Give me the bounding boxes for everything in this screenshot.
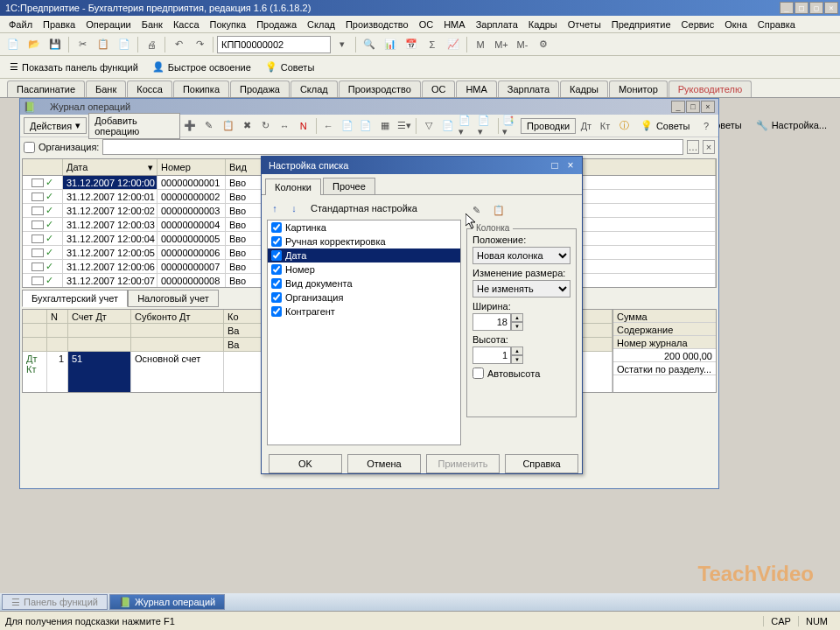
menu-windows[interactable]: Окна — [719, 18, 752, 32]
journal-maximize[interactable]: □ — [686, 101, 700, 113]
quick-learn-button[interactable]: 👤 Быстрое освоение — [146, 58, 257, 77]
sum-icon[interactable]: Σ — [423, 35, 442, 54]
menu-edit[interactable]: Правка — [38, 18, 80, 32]
info-icon[interactable]: ⓘ — [615, 116, 633, 136]
column-checkbox[interactable] — [271, 292, 282, 303]
report-icon[interactable]: 📈 — [444, 35, 463, 54]
journal-close[interactable]: × — [701, 101, 715, 113]
org-filter-checkbox[interactable] — [24, 142, 35, 153]
navigate-icon[interactable]: ↔ — [276, 116, 293, 136]
column-checkbox[interactable] — [271, 306, 282, 317]
group-icon[interactable]: ▦ — [376, 116, 394, 136]
restore-button[interactable]: □ — [794, 2, 808, 14]
doc1-icon[interactable]: 📄 — [339, 116, 356, 136]
dcol-icon[interactable] — [23, 310, 47, 324]
org-filter-lookup[interactable]: … — [687, 140, 699, 154]
menu-cash[interactable]: Касса — [168, 18, 205, 32]
list-item[interactable]: Дата — [268, 248, 460, 262]
close-button[interactable]: × — [824, 2, 838, 14]
width-down[interactable]: ▼ — [511, 322, 523, 331]
dialog-close[interactable]: × — [563, 158, 578, 172]
add-operation-button[interactable]: Добавить операцию — [88, 113, 179, 139]
autoheight-checkbox[interactable] — [472, 368, 484, 379]
std-settings-button[interactable]: Стандартная настройка — [311, 203, 417, 214]
menu-salary[interactable]: Зарплата — [471, 18, 523, 32]
menu-service[interactable]: Сервис — [676, 18, 720, 32]
width-up[interactable]: ▲ — [511, 313, 523, 322]
tab-warehouse[interactable]: Склад — [290, 80, 338, 97]
menu-nma[interactable]: НМА — [438, 18, 470, 32]
edit-col-icon[interactable]: ✎ — [466, 200, 486, 220]
org-filter-clear[interactable]: × — [703, 140, 715, 154]
journal-minimize[interactable]: _ — [671, 101, 685, 113]
task-journal[interactable]: 📗 Журнал операций — [109, 594, 225, 610]
dt-icon[interactable]: Дт — [578, 116, 595, 136]
menu-file[interactable]: Файл — [4, 18, 38, 32]
cut-icon[interactable]: ✂ — [73, 35, 92, 54]
tab-nma[interactable]: НМА — [456, 80, 496, 97]
doc5-icon[interactable]: 📄▾ — [477, 116, 494, 136]
menu-operations[interactable]: Операции — [80, 18, 136, 32]
undo-icon[interactable]: ↶ — [169, 35, 188, 54]
menu-reports[interactable]: Отчеты — [563, 18, 606, 32]
edit-icon[interactable]: ✎ — [200, 116, 218, 136]
menu-sale[interactable]: Продажа — [251, 18, 302, 32]
copy-icon[interactable]: 📋 — [94, 35, 113, 54]
col-number[interactable]: Номер — [158, 159, 226, 175]
tab-purchase[interactable]: Покипка — [173, 80, 229, 97]
tab-salary[interactable]: Зарплата — [498, 80, 559, 97]
provodki-button[interactable]: Проводки — [521, 118, 576, 134]
list-icon[interactable]: ☰▾ — [396, 116, 413, 136]
col-date[interactable]: Дата▾ — [63, 159, 158, 175]
actions-button[interactable]: Действия ▾ — [24, 117, 87, 134]
move-down-icon[interactable]: ↓ — [286, 200, 302, 216]
doc3-icon[interactable]: 📄 — [439, 116, 457, 136]
settings-icon[interactable]: ⚙ — [534, 35, 553, 54]
list-item[interactable]: Организация — [268, 290, 460, 304]
open-icon[interactable]: 📂 — [24, 35, 44, 54]
minimize-button[interactable]: _ — [780, 2, 794, 14]
add-icon[interactable]: ➕ — [182, 116, 200, 136]
tab-sale[interactable]: Продажа — [230, 80, 290, 97]
list-item[interactable]: Картинка — [268, 220, 460, 234]
copy-row-icon[interactable]: 📋 — [220, 116, 237, 136]
menu-bank[interactable]: Банк — [136, 18, 168, 32]
search-icon[interactable]: 🔍 — [360, 35, 379, 54]
height-up[interactable]: ▲ — [511, 346, 523, 355]
column-checkbox[interactable] — [271, 264, 282, 275]
tab-os[interactable]: ОС — [422, 80, 456, 97]
filter-icon[interactable]: ▽ — [420, 116, 438, 136]
org-filter-input[interactable] — [102, 139, 683, 155]
col-icon[interactable] — [23, 159, 63, 175]
redo-icon[interactable]: ↷ — [190, 35, 209, 54]
task-panel-functions[interactable]: ☰ Панель функций — [2, 594, 108, 610]
new-icon[interactable]: N — [295, 116, 312, 136]
doc4-icon[interactable]: 📄▾ — [458, 116, 475, 136]
subtab-accounting[interactable]: Бухгалтерский учет — [22, 290, 128, 307]
calc-icon[interactable]: 📊 — [381, 35, 400, 54]
menu-os[interactable]: ОС — [414, 18, 439, 32]
dialog-titlebar[interactable]: Настройка списка □ × — [262, 157, 582, 174]
dialog-maximize[interactable]: □ — [547, 158, 563, 172]
journal-tips-button[interactable]: 💡 Советы — [634, 116, 696, 136]
doc2-icon[interactable]: 📄 — [358, 116, 375, 136]
help-button[interactable]: Справка — [505, 454, 578, 473]
position-select[interactable]: Новая колонка — [472, 247, 570, 264]
list-item[interactable]: Номер — [268, 262, 460, 276]
apply-button[interactable]: Применить — [426, 454, 500, 473]
paste-icon[interactable]: 📄 — [115, 35, 134, 54]
move-up-icon[interactable]: ↑ — [267, 200, 283, 216]
list-item[interactable]: Ручная корректировка — [268, 234, 460, 248]
dcol-n[interactable]: N — [47, 310, 68, 324]
mplus-icon[interactable]: M+ — [492, 35, 511, 54]
kpp-input[interactable] — [217, 36, 331, 53]
list-item[interactable]: Контрагент — [268, 304, 460, 318]
column-checkbox[interactable] — [271, 222, 282, 233]
kt-icon[interactable]: Кт — [597, 116, 614, 136]
menu-company[interactable]: Предприятие — [606, 18, 676, 32]
width-input[interactable] — [472, 313, 511, 331]
maximize-button[interactable]: ▢ — [809, 2, 823, 14]
dcol-sub[interactable]: Субконто Дт — [131, 310, 224, 324]
menu-hr[interactable]: Кадры — [523, 18, 563, 32]
new-file-icon[interactable]: 📄 — [4, 35, 23, 54]
